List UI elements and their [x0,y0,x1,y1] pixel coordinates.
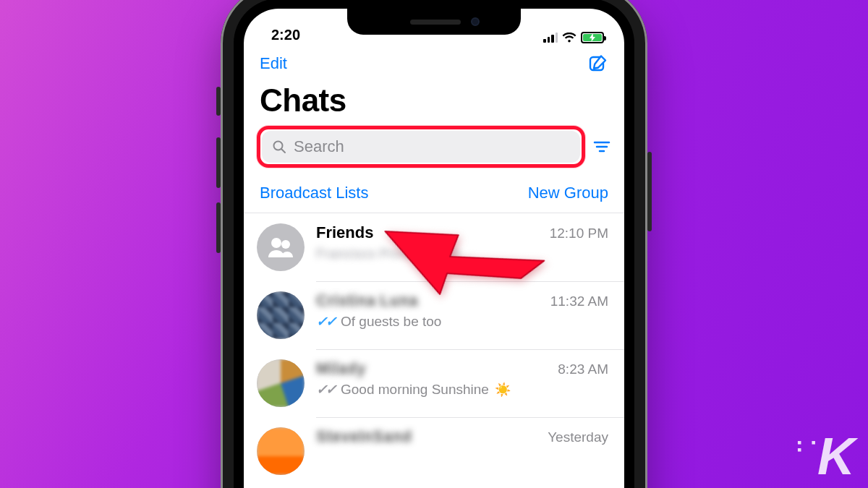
status-indicators [543,32,604,43]
charging-bolt-icon [590,33,595,42]
chat-name: Friends [316,223,373,242]
chat-preview: ✓✓ Good morning Sunshine ☀️ [316,381,608,398]
broadcast-lists-link[interactable]: Broadcast Lists [260,184,368,202]
stage: 2:20 [0,0,868,488]
screen: 2:20 [244,9,624,488]
avatar [257,359,305,407]
phone-bezel: 2:20 [234,0,634,488]
chat-row[interactable]: Cristina Luna 11:32 AM ✓✓ Of guests be t… [244,281,624,349]
avatar [257,291,305,339]
edit-button[interactable]: Edit [260,54,287,73]
filter-icon[interactable] [592,140,611,154]
power-button [647,152,652,231]
battery-icon [581,32,604,43]
chat-preview: ✓✓ Of guests be too [316,313,608,330]
read-ticks-icon: ✓✓ [316,313,335,330]
sun-emoji-icon: ☀️ [495,382,511,398]
navbar: Edit [244,46,624,78]
compose-icon[interactable] [588,53,608,74]
svg-point-7 [281,240,290,249]
highlight-box: Search [257,126,585,168]
new-group-link[interactable]: New Group [528,184,608,202]
group-icon [266,233,295,262]
chat-row[interactable]: Friends 12:10 PM Francisco Primo: 📷 Sti… [244,213,624,281]
chat-list: Friends 12:10 PM Francisco Primo: 📷 Sti…… [244,213,624,485]
svg-point-1 [274,142,283,150]
chat-timestamp: 12:10 PM [550,226,608,241]
chat-preview: Francisco Primo: 📷 Sti… [316,245,608,262]
chat-name: Milady [316,359,365,378]
svg-line-2 [282,150,286,153]
mute-switch [216,87,221,116]
chat-timestamp: 11:32 AM [550,294,608,309]
svg-point-6 [271,238,281,248]
sublinks-row: Broadcast Lists New Group [244,176,624,213]
search-row: Search [244,126,624,176]
phone-frame: 2:20 [221,0,647,488]
page-title: Chats [244,78,624,126]
chat-timestamp: Yesterday [548,429,608,445]
volume-down-button [216,202,221,253]
volume-up-button [216,137,221,188]
status-time: 2:20 [267,27,300,43]
avatar [257,427,305,475]
search-icon [272,140,286,154]
chat-row[interactable]: SteveInSand Yesterday [244,417,624,485]
search-input[interactable]: Search [262,131,580,163]
avatar [257,223,305,271]
wifi-icon [562,33,576,43]
status-bar: 2:20 [244,9,624,46]
chat-row[interactable]: Milady 8:23 AM ✓✓ Good morning Sunshine … [244,349,624,417]
chat-name: SteveInSand [316,427,412,446]
search-placeholder: Search [294,137,344,156]
delivered-ticks-icon: ✓✓ [316,381,335,398]
watermark: ▪ ▪▪ K [817,436,852,478]
chat-name: Cristina Luna [316,291,418,310]
chat-timestamp: 8:23 AM [558,361,608,377]
cellular-signal-icon [543,33,558,43]
